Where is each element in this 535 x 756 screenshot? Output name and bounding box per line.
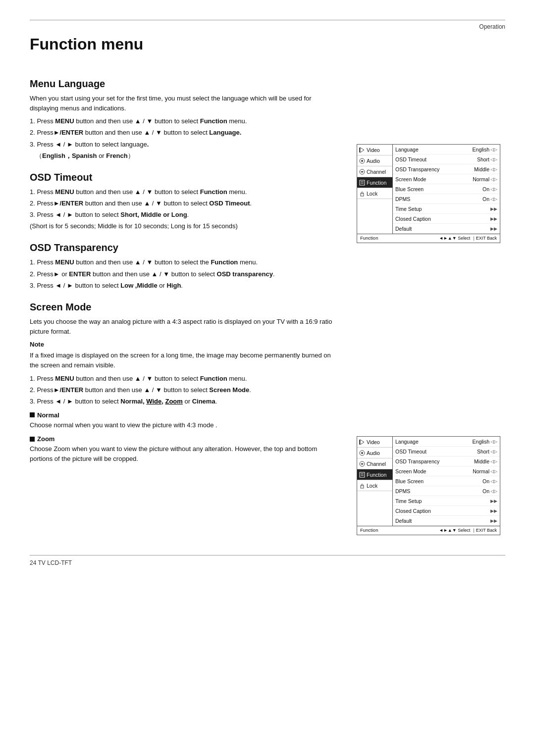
otr-step2: 2. Press► or ENTER button and then use ▲… — [30, 269, 337, 279]
subsection-zoom: Zoom Choose Zoom when you want to view t… — [30, 435, 337, 464]
sidebar-video-top: Video — [357, 145, 392, 155]
svg-rect-14 — [360, 472, 365, 477]
svg-rect-17 — [361, 486, 364, 488]
subsection-normal-title: Normal — [30, 411, 337, 419]
sidebar-channel-top: Channel — [357, 166, 392, 177]
menu-row-language-bottom: Language English ◁▷ — [393, 437, 500, 447]
ot-step1: 1. Press MENU button and then use ▲ / ▼ … — [30, 187, 337, 197]
menu-row-time-setup-top: Time Setup ▶▶ — [393, 204, 500, 214]
ot-step3: 3. Press ◄ / ► button to select Short, M… — [30, 210, 337, 220]
section-title-osd-transparency: OSD Transparency — [30, 242, 337, 253]
bullet-normal — [30, 412, 35, 417]
ml-step4: （English，Spanish or French） — [36, 151, 337, 161]
svg-marker-0 — [360, 148, 364, 152]
menu-row-osd-timeout-top: OSD Timeout Short ◁▷ — [393, 154, 500, 164]
video-icon-top — [359, 147, 365, 153]
section-osd-transparency: OSD Transparency 1. Press MENU button an… — [30, 242, 337, 290]
ot-step2: 2. Press►/ENTER button and then use ▲ / … — [30, 199, 337, 208]
svg-point-3 — [361, 160, 363, 162]
sidebar-video-bottom: Video — [357, 437, 392, 448]
sm-step3: 3. Press ◄ / ► button to select Normal, … — [30, 397, 337, 406]
menu-footer-label-bottom: Function — [360, 527, 378, 534]
audio-icon-bottom — [359, 450, 365, 456]
sidebar-function-top: Function — [357, 177, 392, 188]
menu-row-closed-caption-bottom: Closed Caption ▶▶ — [393, 506, 500, 516]
sidebar-audio-bottom: Audio — [357, 448, 392, 458]
lock-icon-bottom — [359, 483, 365, 489]
svg-rect-5 — [360, 180, 365, 185]
sidebar-function-bottom: Function — [357, 469, 392, 480]
menu-row-osd-transparency-bottom: OSD Transparency Middle ◁▷ — [393, 456, 500, 466]
sidebar-lock-bottom: Lock — [357, 480, 392, 491]
menu-footer-keys-top: ◄►▲▼ Select ｜EXIT Back — [439, 235, 497, 242]
section-screen-mode: Screen Mode Lets you choose the way an a… — [30, 302, 337, 464]
menu-row-time-setup-bottom: Time Setup ▶▶ — [393, 496, 500, 506]
menu-footer-keys-bottom: ◄►▲▼ Select ｜EXIT Back — [439, 527, 497, 534]
menu-box-bottom: Video Audio Channel Function — [357, 436, 500, 535]
sidebar-lock-top: Lock — [357, 188, 392, 199]
section-osd-timeout: OSD Timeout 1. Press MENU button and the… — [30, 172, 337, 232]
ml-step2: 2. Press►/ENTER button and then use ▲ / … — [30, 128, 337, 138]
menu-row-dpms-top: DPMS On ◁▷ — [393, 194, 500, 204]
menu-row-osd-transparency-top: OSD Transparency Middle ◁▷ — [393, 164, 500, 174]
otr-step3: 3. Press ◄ / ► button to select Low ,Mid… — [30, 281, 337, 291]
ml-step3: 3. Press ◄ / ► button to select language… — [30, 140, 337, 150]
svg-point-12 — [361, 452, 363, 454]
menu-sidebar-top: Video Audio Channel Function — [357, 145, 393, 234]
sm-step2: 2. Press►/ENTER button and then use ▲ / … — [30, 385, 337, 395]
subsection-zoom-title: Zoom — [30, 435, 337, 443]
screen-mode-intro: Lets you choose the way an analog pictur… — [30, 317, 337, 337]
otr-step1: 1. Press MENU button and then use ▲ / ▼ … — [30, 257, 337, 267]
section-title-osd-timeout: OSD Timeout — [30, 172, 337, 183]
page-footer: 24 TV LCD-TFT — [30, 555, 505, 566]
menu-content-top: Language English ◁▷ OSD Timeout Short ◁▷… — [393, 145, 500, 234]
operation-label: Operation — [30, 20, 505, 30]
menu-row-default-bottom: Default ▶▶ — [393, 516, 500, 526]
subsection-zoom-content: Choose Zoom when you want to view the pi… — [30, 444, 337, 464]
function-icon-bottom — [359, 472, 365, 478]
sidebar-audio-top: Audio — [357, 155, 392, 166]
screen-mode-note: If a fixed image is displayed on the scr… — [30, 351, 337, 370]
audio-icon-top — [359, 158, 365, 164]
video-icon-bottom — [359, 439, 365, 445]
menu-row-language-top: Language English ◁▷ — [393, 145, 500, 154]
menu-row-screen-mode-top: Screen Mode Normal ◁▷ — [393, 174, 500, 184]
page-title: Function menu — [30, 35, 505, 53]
menu-footer-label-top: Function — [360, 235, 378, 242]
ot-step4: (Short is for 5 seconds; Middle is for 1… — [30, 221, 337, 231]
section-menu-language: Menu Language When you start using your … — [30, 78, 337, 161]
svg-rect-8 — [361, 194, 364, 196]
sm-step1: 1. Press MENU button and then use ▲ / ▼ … — [30, 374, 337, 384]
menu-row-osd-timeout-bottom: OSD Timeout Short ◁▷ — [393, 447, 500, 456]
menu-box-top: Video Audio Channel Function — [357, 144, 500, 243]
menu-language-intro: When you start using your set for the fi… — [30, 94, 337, 113]
screen-mode-note-label: Note — [30, 340, 337, 350]
channel-icon-top — [359, 169, 365, 175]
lock-icon-top — [359, 191, 365, 197]
section-title-menu-language: Menu Language — [30, 78, 337, 90]
subsection-normal: Normal Choose normal when you want to vi… — [30, 411, 337, 430]
left-column: Menu Language When you start using your … — [30, 67, 337, 535]
menu-row-blue-screen-bottom: Blue Screen On ◁▷ — [393, 476, 500, 486]
sidebar-channel-bottom: Channel — [357, 458, 392, 469]
menu-content-bottom: Language English ◁▷ OSD Timeout Short ◁▷… — [393, 437, 500, 526]
channel-icon-bottom — [359, 461, 365, 467]
menu-footer-top: Function ◄►▲▼ Select ｜EXIT Back — [357, 234, 500, 243]
menu-footer-bottom: Function ◄►▲▼ Select ｜EXIT Back — [357, 526, 500, 535]
menu-row-dpms-bottom: DPMS On ◁▷ — [393, 486, 500, 496]
page-number-label: 24 TV LCD-TFT — [30, 559, 72, 566]
right-column: Video Audio Channel Function — [357, 67, 505, 535]
ml-step1: 1. Press MENU button and then use ▲ / ▼ … — [30, 116, 337, 126]
svg-marker-9 — [360, 440, 364, 445]
svg-rect-10 — [359, 440, 360, 445]
bullet-zoom — [30, 437, 35, 442]
subsection-normal-content: Choose normal when you want to view the … — [30, 420, 337, 430]
menu-row-closed-caption-top: Closed Caption ▶▶ — [393, 214, 500, 224]
svg-rect-1 — [359, 148, 360, 152]
menu-row-default-top: Default ▶▶ — [393, 224, 500, 234]
menu-row-blue-screen-top: Blue Screen On ◁▷ — [393, 184, 500, 194]
function-icon-top — [359, 180, 365, 186]
section-title-screen-mode: Screen Mode — [30, 302, 337, 313]
menu-row-screen-mode-bottom: Screen Mode Normal ◁▷ — [393, 466, 500, 476]
menu-sidebar-bottom: Video Audio Channel Function — [357, 437, 393, 526]
